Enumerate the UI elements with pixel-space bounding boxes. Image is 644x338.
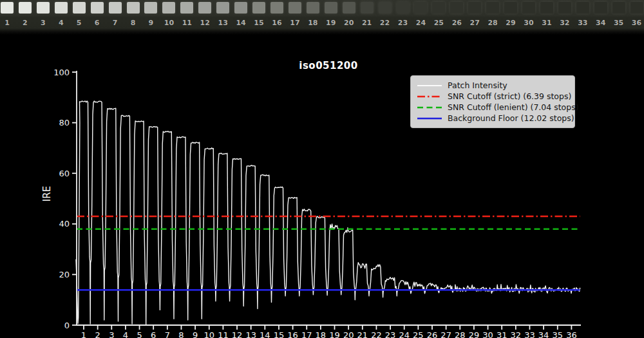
y-axis-label: IRE: [41, 180, 52, 207]
legend-label: SNR Cutoff (lenient) (7.04 stops): [448, 102, 579, 112]
legend-item-patch-intensity: Patch Intensity: [416, 80, 569, 91]
x-tick-label: 9: [193, 330, 198, 338]
legend-line-sample: [416, 82, 443, 89]
legend-line-sample: [416, 104, 443, 111]
x-tick-label: 32: [511, 330, 522, 338]
x-tick-label: 19: [329, 330, 340, 338]
x-tick-label: 10: [204, 330, 214, 338]
x-tick-label: 2: [95, 330, 100, 338]
x-tick-label: 27: [440, 330, 451, 338]
x-tick-label: 33: [524, 330, 535, 338]
x-tick-label: 6: [151, 330, 156, 338]
x-tick-label: 36: [566, 330, 577, 338]
x-tick-label: 15: [274, 330, 285, 338]
x-tick-label: 23: [385, 330, 396, 338]
y-tick-label: 80: [59, 118, 70, 127]
legend-label: Patch Intensity: [448, 80, 507, 90]
x-tick-label: 11: [218, 330, 229, 338]
x-tick-label: 22: [371, 330, 382, 338]
legend-item-snr-lenient: SNR Cutoff (lenient) (7.04 stops): [416, 102, 569, 113]
x-tick-label: 31: [497, 330, 507, 338]
chart-title: iso051200: [264, 60, 393, 71]
y-tick-label: 0: [64, 321, 70, 330]
x-tick-label: 8: [178, 330, 184, 338]
x-tick-label: 28: [455, 330, 466, 338]
x-tick-label: 21: [357, 330, 368, 338]
x-tick-label: 12: [232, 330, 243, 338]
x-tick-label: 7: [165, 330, 170, 338]
y-tick-label: 60: [59, 169, 70, 178]
legend-line-sample: [416, 93, 443, 100]
x-tick-label: 30: [482, 330, 493, 338]
x-tick-label: 20: [343, 330, 354, 338]
plot-canvas: 1008060402001234567891011121314151617181…: [0, 0, 644, 338]
x-tick-label: 26: [427, 330, 438, 338]
x-tick-label: 29: [469, 330, 480, 338]
x-tick-label: 24: [399, 330, 410, 338]
x-tick-label: 5: [137, 330, 142, 338]
chart: 1008060402001234567891011121314151617181…: [0, 35, 644, 338]
screenshot-stage: 1234567891011121314151617181920212223242…: [0, 0, 644, 338]
x-tick-label: 34: [538, 330, 549, 338]
x-tick-label: 13: [245, 330, 256, 338]
x-tick-label: 35: [552, 330, 563, 338]
legend-item-background-floor: Background Floor (12.02 stops): [416, 113, 569, 124]
x-tick-label: 17: [301, 330, 312, 338]
legend-label: SNR Cutoff (strict) (6.39 stops): [448, 91, 571, 101]
y-tick-label: 100: [53, 68, 70, 77]
x-tick-label: 14: [260, 330, 270, 338]
x-tick-label: 18: [316, 330, 327, 338]
x-tick-label: 1: [81, 330, 86, 338]
x-tick-label: 25: [413, 330, 424, 338]
x-tick-label: 16: [287, 330, 298, 338]
legend-line-sample: [416, 115, 443, 122]
legend-item-snr-strict: SNR Cutoff (strict) (6.39 stops): [416, 91, 569, 102]
y-tick-label: 20: [59, 270, 70, 279]
legend-label: Background Floor (12.02 stops): [448, 113, 574, 123]
y-tick-label: 40: [59, 219, 70, 229]
x-tick-label: 3: [109, 330, 114, 338]
legend: Patch Intensity SNR Cutoff (strict) (6.3…: [410, 75, 575, 128]
x-tick-label: 4: [123, 330, 128, 338]
